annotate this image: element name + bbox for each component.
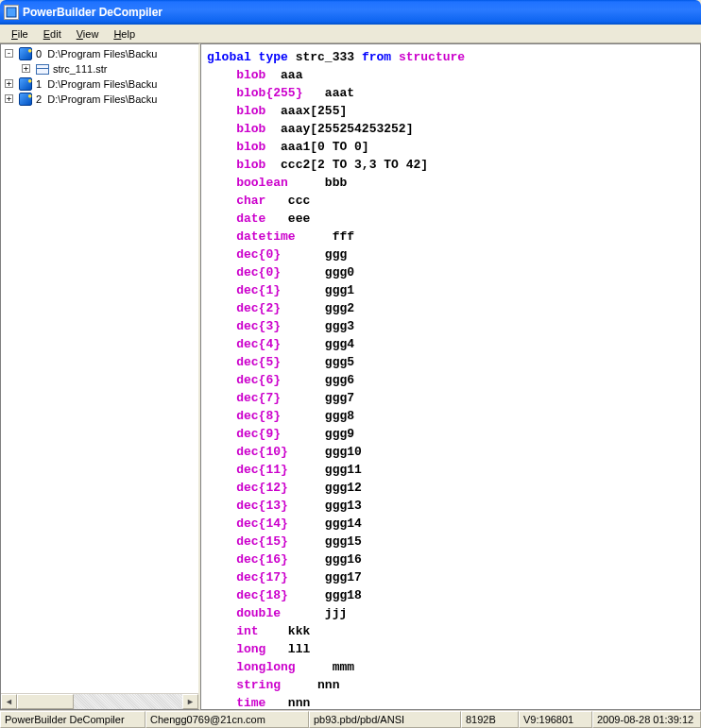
status-bar: PowerBuilder DeCompiler Chengg0769@21cn.… xyxy=(0,710,701,728)
code-line: dec{0} ggg xyxy=(207,245,694,263)
status-app: PowerBuilder DeCompiler xyxy=(0,711,145,728)
code-line: dec{8} ggg8 xyxy=(207,407,694,425)
app-icon xyxy=(4,5,19,20)
tree[interactable]: - 0 D:\Program Files\Backu + strc_111.st… xyxy=(1,44,198,693)
pb-file-icon xyxy=(18,76,33,92)
code-line: dec{7} ggg7 xyxy=(207,389,694,407)
tree-hscrollbar[interactable]: ◄ ► xyxy=(1,693,198,709)
code-line: dec{9} ggg9 xyxy=(207,425,694,443)
code-line: dec{5} ggg5 xyxy=(207,353,694,371)
code-line: blob aaa1[0 TO 0] xyxy=(207,138,694,156)
menubar: File Edit View Help xyxy=(0,25,701,43)
code-line: date eee xyxy=(207,210,694,228)
status-file: pb93.pbd/pbd/ANSI xyxy=(309,711,461,728)
menu-help[interactable]: Help xyxy=(106,26,143,42)
menu-edit[interactable]: Edit xyxy=(36,26,69,42)
scroll-track[interactable] xyxy=(17,694,182,709)
code-line: string nnn xyxy=(207,676,694,694)
code-line: dec{12} ggg12 xyxy=(207,479,694,497)
code-line: boolean bbb xyxy=(207,174,694,192)
scroll-left-icon[interactable]: ◄ xyxy=(1,694,17,709)
code-line: char ccc xyxy=(207,192,694,210)
scroll-thumb[interactable] xyxy=(17,694,74,709)
tree-panel: - 0 D:\Program Files\Backu + strc_111.st… xyxy=(0,43,200,710)
code-line: dec{18} ggg18 xyxy=(207,586,694,604)
code-line: time nnn xyxy=(207,694,694,710)
tree-item-strc111[interactable]: + strc_111.str xyxy=(1,61,198,76)
status-version: V9:196801 xyxy=(519,711,592,728)
code-line: dec{16} ggg16 xyxy=(207,550,694,568)
menu-view[interactable]: View xyxy=(69,26,107,42)
pb-file-icon xyxy=(18,46,33,61)
status-size: 8192B xyxy=(461,711,519,728)
window-title: PowerBuilder DeCompiler xyxy=(23,6,162,19)
code-line: dec{4} ggg4 xyxy=(207,335,694,353)
code-line: dec{0} ggg0 xyxy=(207,263,694,281)
titlebar[interactable]: PowerBuilder DeCompiler xyxy=(0,0,701,25)
code-line: blob ccc2[2 TO 3,3 TO 42] xyxy=(207,156,694,174)
expander-icon[interactable]: + xyxy=(5,94,13,103)
code-line: dec{10} ggg10 xyxy=(207,443,694,461)
code-viewer[interactable]: global type strc_333 from structure blob… xyxy=(200,43,701,710)
code-line: dec{11} ggg11 xyxy=(207,461,694,479)
content-area: - 0 D:\Program Files\Backu + strc_111.st… xyxy=(0,43,701,710)
svg-rect-0 xyxy=(7,8,16,17)
status-contact: Chengg0769@21cn.com xyxy=(145,711,309,728)
structure-icon xyxy=(35,61,50,76)
code-line: dec{1} ggg1 xyxy=(207,281,694,299)
code-line: dec{3} ggg3 xyxy=(207,317,694,335)
tree-item-2[interactable]: + 2 D:\Program Files\Backu xyxy=(1,92,198,107)
code-line: double jjj xyxy=(207,604,694,622)
code-line: dec{15} ggg15 xyxy=(207,533,694,550)
expander-icon[interactable]: + xyxy=(5,79,13,88)
code-line: long lll xyxy=(207,640,694,658)
expander-icon[interactable]: + xyxy=(22,64,30,73)
code-line: blob aaax[255] xyxy=(207,102,694,120)
code-line: dec{14} ggg14 xyxy=(207,515,694,533)
status-time: 2009-08-28 01:39:12 xyxy=(592,711,701,728)
scroll-right-icon[interactable]: ► xyxy=(182,694,198,709)
code-line: global type strc_333 from structure xyxy=(207,48,694,66)
tree-item-0[interactable]: - 0 D:\Program Files\Backu xyxy=(1,46,198,61)
code-line: longlong mmm xyxy=(207,658,694,676)
code-line: int kkk xyxy=(207,622,694,640)
code-line: blob aaay[255254253252] xyxy=(207,120,694,138)
code-line: blob{255} aaat xyxy=(207,84,694,102)
tree-item-1[interactable]: + 1 D:\Program Files\Backu xyxy=(1,76,198,92)
code-line: dec{17} ggg17 xyxy=(207,568,694,586)
pb-file-icon xyxy=(18,92,33,107)
code-line: dec{13} ggg13 xyxy=(207,497,694,515)
code-line: datetime fff xyxy=(207,228,694,245)
code-line: dec{2} ggg2 xyxy=(207,299,694,317)
code-line: dec{6} ggg6 xyxy=(207,371,694,389)
code-line: blob aaa xyxy=(207,66,694,84)
expander-icon[interactable]: - xyxy=(5,49,13,58)
menu-file[interactable]: File xyxy=(4,26,36,42)
